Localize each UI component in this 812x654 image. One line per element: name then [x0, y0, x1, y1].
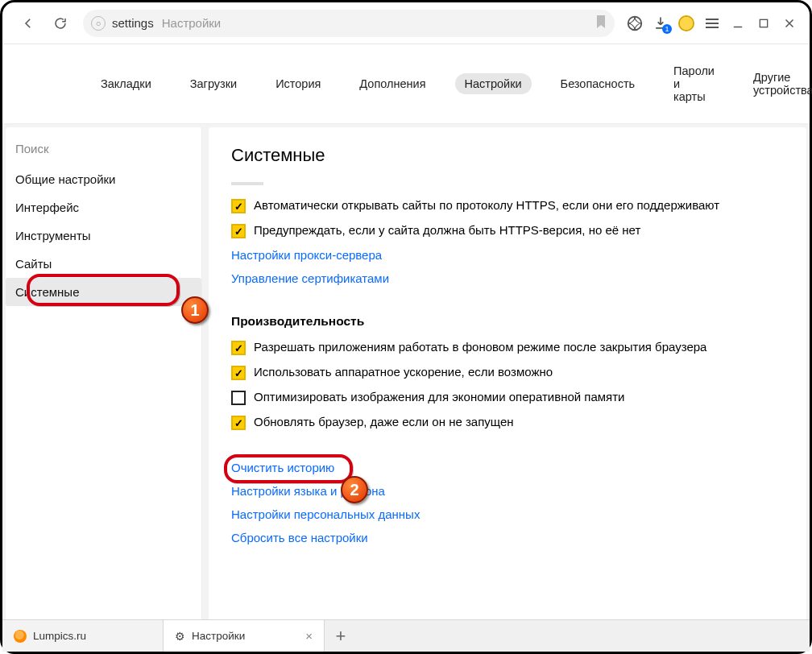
sidebar-item-general[interactable]: Общие настройки [6, 165, 201, 193]
subnav-passwords[interactable]: Пароли и карты [664, 60, 724, 107]
label-https-auto: Автоматически открывать сайты по протоко… [254, 198, 719, 212]
checkbox-hw-accel[interactable] [231, 366, 246, 380]
favicon-settings: ⚙ [175, 630, 185, 643]
label-optimize-img: Оптимизировать изображения для экономии … [254, 390, 624, 404]
label-update-browser: Обновлять браузер, даже если он не запущ… [254, 415, 514, 428]
tab-close-icon[interactable]: × [305, 629, 313, 643]
sidebar-item-tools[interactable]: Инструменты [6, 221, 201, 250]
address-bar[interactable]: ○ settings Настройки [83, 10, 615, 37]
label-bg-apps: Разрешать приложениям работать в фоновом… [254, 340, 706, 354]
sidebar-item-interface[interactable]: Интерфейс [6, 193, 201, 221]
tab-label: Lumpics.ru [33, 630, 86, 642]
settings-sidebar: Поиск Общие настройки Интерфейс Инструме… [6, 127, 202, 644]
tab-bar: Lumpics.ru ⚙ Настройки × + [2, 619, 810, 652]
window-minimize-button[interactable] [729, 14, 747, 32]
row-optimize-img[interactable]: Оптимизировать изображения для экономии … [231, 385, 784, 410]
row-bg-apps[interactable]: Разрешать приложениям работать в фоновом… [231, 335, 784, 360]
subheading-performance: Производительность [231, 314, 784, 329]
svg-rect-1 [760, 19, 767, 27]
label-hw-accel: Использовать аппаратное ускорение, если … [254, 365, 553, 379]
menu-button[interactable] [703, 14, 721, 32]
downloads-badge: 1 [662, 24, 672, 34]
bookmark-icon[interactable] [595, 14, 607, 31]
row-hw-accel[interactable]: Использовать аппаратное ускорение, если … [231, 360, 784, 385]
window-maximize-button[interactable] [755, 14, 773, 32]
subnav-devices[interactable]: Другие устройства [744, 67, 812, 101]
subnav-settings[interactable]: Настройки [455, 73, 532, 94]
subnav-history[interactable]: История [266, 73, 330, 94]
page-title: Системные [231, 145, 784, 166]
favicon-lumpics [14, 630, 27, 643]
link-lang-region[interactable]: Настройки языка и региона [231, 479, 784, 503]
settings-subnav: Закладки Загрузки История Дополнения Нас… [2, 44, 810, 124]
checkbox-update-browser[interactable] [231, 416, 246, 430]
downloads-icon[interactable]: 1 [652, 14, 669, 32]
back-button[interactable] [14, 9, 43, 38]
new-tab-button[interactable]: + [325, 620, 357, 652]
section-divider [231, 182, 263, 185]
zen-icon[interactable] [626, 14, 644, 32]
link-reset-all[interactable]: Сбросить все настройки [231, 526, 784, 549]
window-close-button[interactable] [781, 14, 798, 32]
link-cert-management[interactable]: Управление сертификатами [231, 267, 784, 290]
checkbox-optimize-img[interactable] [231, 391, 246, 405]
subnav-security[interactable]: Безопасность [551, 73, 645, 94]
label-https-warn: Предупреждать, если у сайта должна быть … [254, 223, 640, 237]
checkbox-bg-apps[interactable] [231, 341, 246, 355]
site-identity-icon: ○ [91, 16, 106, 31]
address-key: settings [112, 16, 154, 30]
checkbox-https-auto[interactable] [231, 199, 246, 213]
subnav-addons[interactable]: Дополнения [350, 73, 435, 94]
sidebar-item-system[interactable]: Системные [6, 278, 201, 306]
sidebar-item-sites[interactable]: Сайты [6, 250, 201, 278]
extension-icon[interactable] [677, 14, 695, 32]
row-https-auto[interactable]: Автоматически открывать сайты по протоко… [231, 193, 784, 218]
tab-lumpics[interactable]: Lumpics.ru [2, 620, 164, 652]
checkbox-https-warn[interactable] [231, 224, 246, 238]
sidebar-search[interactable]: Поиск [6, 130, 201, 165]
link-proxy-settings[interactable]: Настройки прокси-сервера [231, 243, 784, 267]
row-https-warn[interactable]: Предупреждать, если у сайта должна быть … [231, 218, 784, 243]
browser-toolbar: ○ settings Настройки 1 [2, 2, 810, 44]
tab-label: Настройки [192, 630, 245, 642]
link-personal-data[interactable]: Настройки персональных данных [231, 503, 784, 526]
tab-settings[interactable]: ⚙ Настройки × [164, 620, 325, 652]
row-update-browser[interactable]: Обновлять браузер, даже если он не запущ… [231, 410, 784, 435]
subnav-downloads[interactable]: Загрузки [180, 73, 246, 94]
settings-main: Системные Автоматически открывать сайты … [209, 127, 806, 644]
address-title: Настройки [162, 16, 222, 30]
subnav-bookmarks[interactable]: Закладки [91, 73, 161, 94]
reload-button[interactable] [46, 9, 75, 38]
link-clear-history[interactable]: Очистить историю [231, 456, 784, 479]
